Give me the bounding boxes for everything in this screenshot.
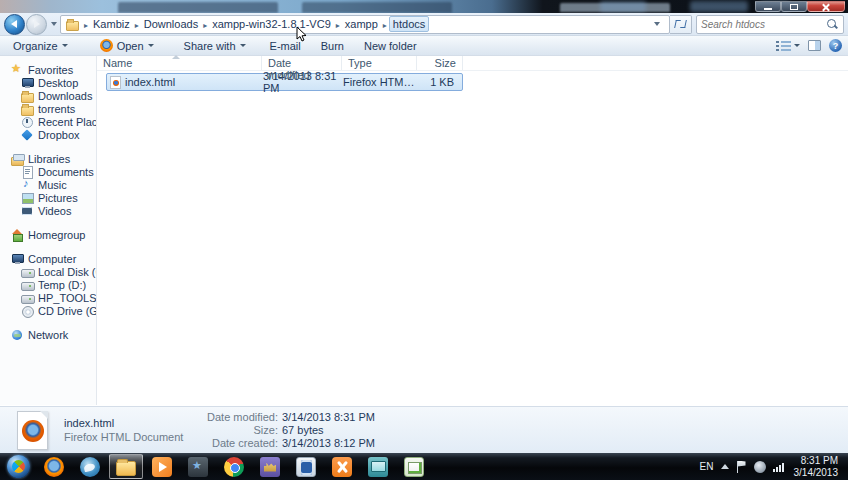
action-center-flag-icon[interactable] [736,461,747,473]
sidebar-item-torrents[interactable]: torrents [0,102,96,115]
toolbar-right-group: ? [776,39,842,52]
column-header-name[interactable]: Name [97,56,262,70]
preview-pane-button[interactable] [808,40,821,51]
size-label: Size: [194,424,282,436]
show-hidden-icons-button[interactable] [721,464,729,469]
item-label: Desktop [38,77,78,89]
column-label: Type [348,57,372,69]
taskbar-chrome-button[interactable] [217,454,251,479]
change-view-button[interactable] [776,40,800,51]
organize-button[interactable]: Organize [6,38,75,54]
sidebar-group-computer[interactable]: Computer [0,252,96,265]
power-tray-icon[interactable] [754,461,766,473]
share-with-label: Share with [184,40,236,52]
column-header-date-modified[interactable]: Date modified [262,56,342,70]
group-label: Computer [28,253,76,265]
clock-time: 8:31 PM [794,455,839,467]
sidebar-item-downloads[interactable]: Downloads [0,89,96,102]
sidebar-item-music[interactable]: Music [0,178,96,191]
back-button[interactable] [4,14,25,35]
background-window-strip [0,0,848,13]
burn-button[interactable]: Burn [314,38,351,54]
taskbar-thunderbird-button[interactable] [73,454,107,479]
file-name-cell: index.html [107,76,263,89]
sidebar-item-hp-tools-e[interactable]: HP_TOOLS (E:) [0,291,96,304]
recent-pages-dropdown[interactable] [51,22,57,26]
search-input[interactable] [697,19,827,30]
blur-blob [600,1,646,12]
sidebar-item-pictures[interactable]: Pictures [0,191,96,204]
taskbar-xampp-button[interactable] [325,454,359,479]
taskbar-remote-app-button[interactable] [361,454,395,479]
share-with-button[interactable]: Share with [177,38,253,54]
star-icon [11,64,24,76]
minimize-button[interactable] [755,1,781,12]
folder-icon [66,18,79,30]
item-label: Documents [38,166,94,178]
recent-places-icon [21,116,34,128]
sidebar-item-documents[interactable]: Documents [0,165,96,178]
taskbar-purple-app-button[interactable] [253,454,287,479]
taskbar-explorer-button-active[interactable] [109,454,143,479]
language-indicator[interactable]: EN [700,461,714,472]
column-header-type[interactable]: Type [342,56,417,70]
column-label: Date modified [268,57,310,81]
sidebar-item-dropbox[interactable]: Dropbox [0,128,96,141]
sidebar-item-desktop[interactable]: Desktop [0,76,96,89]
new-folder-label: New folder [364,40,417,52]
sidebar-item-videos[interactable]: Videos [0,204,96,217]
folder-icon [21,103,34,115]
sidebar-item-cd-drive-g[interactable]: CD Drive (G:) [0,304,96,317]
close-button[interactable] [807,1,845,12]
purple-app-icon [260,457,280,477]
daemon-tools-icon [188,457,208,477]
breadcrumb-item-xampp[interactable]: xampp [342,17,381,31]
breadcrumb-item-kambiz[interactable]: Kambiz [90,17,133,31]
details-file-type: Firefox HTML Document [64,431,194,443]
refresh-button[interactable] [670,15,692,34]
address-history-dropdown[interactable] [647,22,667,26]
breadcrumb-item-xampp-win32[interactable]: xampp-win32-1.8.1-VC9 [209,17,334,31]
item-label: Videos [38,205,71,217]
taskbar-firefox-button[interactable] [37,454,71,479]
sidebar-group-favorites[interactable]: Favorites [0,63,96,76]
burn-label: Burn [321,40,344,52]
sidebar-item-temp-d[interactable]: Temp (D:) [0,278,96,291]
forward-button[interactable] [26,14,47,35]
item-label: Pictures [38,192,78,204]
close-icon [822,3,830,11]
taskbar-daemon-tools-button[interactable] [181,454,215,479]
firefox-html-file-icon [110,76,121,89]
search-icon [827,19,838,30]
network-signal-icon[interactable] [773,461,787,472]
maximize-button[interactable] [781,1,807,12]
email-button[interactable]: E-mail [263,38,308,54]
help-button[interactable]: ? [829,39,842,52]
breadcrumb: Kambiz Downloads xampp-win32-1.8.1-VC9 x… [82,16,429,32]
taskbar-media-player-button[interactable] [145,454,179,479]
details-fields: Date modified: 3/14/2013 8:31 PM Size: 6… [194,411,375,449]
item-label: Downloads [38,90,92,102]
page-fold [40,411,48,419]
forward-arrow-icon [34,20,40,28]
breadcrumb-item-htdocs[interactable]: htdocs [389,16,429,32]
start-button[interactable] [1,454,35,479]
sidebar-group-network[interactable]: Network [0,328,96,341]
sidebar-group-libraries[interactable]: Libraries [0,152,96,165]
open-button[interactable]: Open [93,38,161,54]
column-header-size[interactable]: Size [417,56,463,70]
breadcrumb-item-downloads[interactable]: Downloads [141,17,201,31]
search-box[interactable] [696,15,844,34]
xampp-icon [332,457,352,477]
sidebar-item-local-disk-c[interactable]: Local Disk (C:) [0,265,96,278]
sidebar-item-recent-places[interactable]: Recent Places [0,115,96,128]
clock[interactable]: 8:31 PM 3/14/2013 [794,455,843,479]
taskbar-editor-button[interactable] [397,454,431,479]
explorer-main: Favorites Desktop Downloads torrents Rec… [0,56,848,405]
chevron-right-icon [133,18,141,30]
taskbar-video-app-button[interactable] [289,454,323,479]
sidebar-group-homegroup[interactable]: Homegroup [0,228,96,241]
address-bar[interactable]: Kambiz Downloads xampp-win32-1.8.1-VC9 x… [60,15,670,34]
new-folder-button[interactable]: New folder [357,38,424,54]
navigation-bar: Kambiz Downloads xampp-win32-1.8.1-VC9 x… [0,13,848,36]
